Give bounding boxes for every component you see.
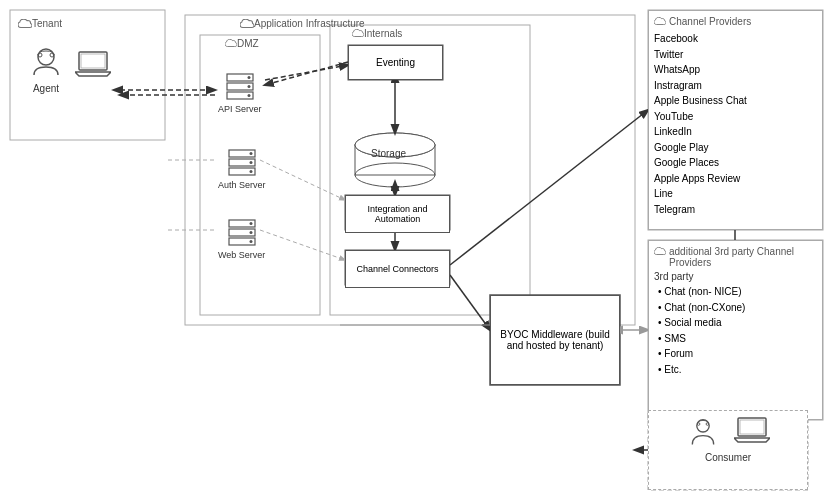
additional-providers-list: • Chat (non- NICE)• Chat (non-CXone)• So… — [654, 284, 817, 377]
svg-point-52 — [249, 222, 252, 225]
svg-line-21 — [450, 275, 490, 330]
list-item: • Forum — [658, 346, 817, 362]
agent-icon — [28, 45, 64, 81]
integration-label: Integration and Automation — [346, 204, 449, 224]
list-item: • Etc. — [658, 362, 817, 378]
api-server-component: API Server — [218, 72, 262, 114]
web-server-label: Web Server — [218, 250, 265, 260]
consumer-box: Consumer — [648, 410, 808, 490]
list-item: Facebook — [654, 31, 817, 47]
list-item: Apple Apps Review — [654, 171, 817, 187]
svg-point-47 — [249, 161, 252, 164]
svg-rect-36 — [81, 54, 105, 68]
svg-line-26 — [260, 160, 345, 200]
storage-label: Storage — [371, 148, 406, 159]
integration-component: Integration and Automation — [345, 195, 450, 233]
svg-line-30 — [265, 62, 348, 85]
auth-server-icon — [227, 148, 257, 178]
additional-providers-box: additional 3rd party Channel Providers 3… — [648, 240, 823, 420]
svg-line-20 — [450, 110, 648, 265]
list-item: Twitter — [654, 47, 817, 63]
cloud-icon-tenant — [18, 19, 32, 29]
list-item: Google Play — [654, 140, 817, 156]
list-item: LinkedIn — [654, 124, 817, 140]
consumer-label: Consumer — [654, 452, 802, 463]
list-item: Line — [654, 186, 817, 202]
channel-providers-header: Channel Providers — [654, 16, 817, 27]
list-item: • SMS — [658, 331, 817, 347]
channel-providers-label: Channel Providers — [669, 16, 751, 27]
list-item: Google Places — [654, 155, 817, 171]
tenant-section-label: Tenant — [18, 18, 62, 29]
svg-line-28 — [260, 230, 345, 260]
svg-point-42 — [247, 94, 250, 97]
auth-server-component: Auth Server — [218, 148, 266, 190]
consumer-icons — [654, 416, 802, 450]
svg-line-16 — [265, 65, 348, 80]
byoc-label: BYOC Middleware (build and hosted by ten… — [496, 329, 614, 351]
list-item: Instragram — [654, 78, 817, 94]
svg-point-40 — [247, 76, 250, 79]
list-item: Telegram — [654, 202, 817, 218]
cloud-icon-app-infra — [240, 19, 254, 29]
cloud-icon-dmz — [225, 39, 237, 48]
channel-connectors-label: Channel Connectors — [356, 264, 438, 274]
web-server-icon — [227, 218, 257, 248]
internals-label: Internals — [352, 28, 402, 39]
additional-providers-label: additional 3rd party Channel Providers — [669, 246, 817, 268]
svg-rect-35 — [79, 52, 107, 70]
api-server-icon — [225, 72, 255, 102]
list-item: • Social media — [658, 315, 817, 331]
list-item: YouTube — [654, 109, 817, 125]
cloud-icon-internals — [352, 29, 364, 38]
dmz-label: DMZ — [225, 38, 259, 49]
eventing-component: Eventing — [348, 45, 443, 80]
auth-server-label: Auth Server — [218, 180, 266, 190]
agent-label: Agent — [28, 83, 64, 94]
cloud-icon-additional — [654, 247, 666, 256]
app-infra-label: Application Infrastructure — [240, 18, 365, 29]
consumer-person-icon — [687, 416, 719, 450]
svg-point-41 — [247, 85, 250, 88]
svg-rect-59 — [740, 420, 764, 434]
channel-providers-box: Channel Providers FacebookTwitterWhatsAp… — [648, 10, 823, 230]
byoc-component: BYOC Middleware (build and hosted by ten… — [490, 295, 620, 385]
svg-point-46 — [249, 152, 252, 155]
list-item: • Chat (non- NICE) — [658, 284, 817, 300]
cloud-icon-channel-providers — [654, 17, 666, 26]
web-server-component: Web Server — [218, 218, 265, 260]
svg-rect-58 — [738, 418, 766, 436]
additional-providers-header: additional 3rd party Channel Providers — [654, 246, 817, 268]
list-item: • Chat (non-CXone) — [658, 300, 817, 316]
svg-point-53 — [249, 231, 252, 234]
list-item: Apple Business Chat — [654, 93, 817, 109]
svg-point-54 — [249, 240, 252, 243]
agent-component: Agent — [28, 45, 64, 94]
consumer-laptop-icon — [734, 416, 770, 450]
list-item: WhatsApp — [654, 62, 817, 78]
channel-connectors-component: Channel Connectors — [345, 250, 450, 288]
eventing-label: Eventing — [376, 57, 415, 68]
third-party-label: 3rd party — [654, 271, 817, 282]
svg-point-48 — [249, 170, 252, 173]
channel-providers-list: FacebookTwitterWhatsAppInstragramApple B… — [654, 31, 817, 217]
diagram: Tenant Agent Application Infrastructure — [0, 0, 838, 501]
agent-laptop-icon — [75, 50, 111, 80]
svg-point-11 — [355, 163, 435, 187]
api-server-label: API Server — [218, 104, 262, 114]
